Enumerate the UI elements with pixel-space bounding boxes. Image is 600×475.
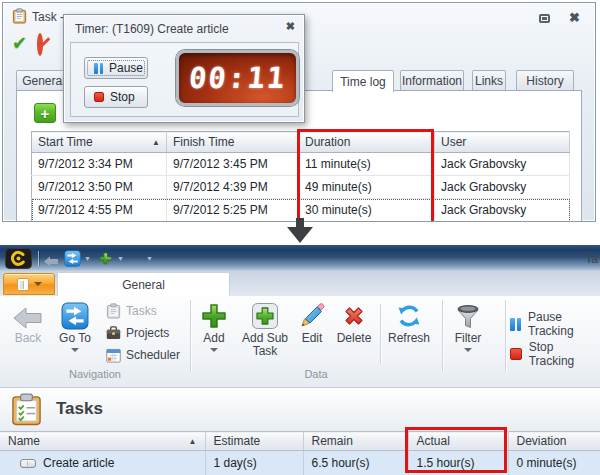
group-separator xyxy=(442,300,444,372)
add-button[interactable]: Add xyxy=(194,299,234,375)
column-header-name[interactable]: Name ▲ xyxy=(0,432,205,451)
timer-time-value: 00:11 xyxy=(187,61,287,95)
ok-button[interactable]: ✔ xyxy=(12,32,27,54)
window-title: Task - xyxy=(32,10,64,24)
down-arrow-icon xyxy=(283,218,317,244)
table-header-row: Name ▲ Estimate Remain Actual Deviation xyxy=(0,432,600,451)
group-label-data: Data xyxy=(190,368,442,380)
edit-button[interactable]: Edit xyxy=(294,299,330,375)
pause-button[interactable]: Pause xyxy=(84,57,148,79)
pause-tracking-button[interactable]: Pause Tracking xyxy=(510,310,600,338)
column-header-estimate[interactable]: Estimate xyxy=(205,432,303,451)
tab-history[interactable]: History xyxy=(516,70,574,91)
app-menu-icon xyxy=(17,278,29,291)
filter-button[interactable]: Filter xyxy=(446,299,490,375)
add-time-entry-button[interactable]: + xyxy=(34,103,56,123)
tasks-icon xyxy=(106,303,121,319)
stop-icon xyxy=(94,92,104,102)
add-dropdown-icon xyxy=(210,348,218,356)
column-header-remain[interactable]: Remain xyxy=(303,432,408,451)
add-dropdown-icon[interactable]: ▼ xyxy=(117,255,124,262)
stop-tracking-button[interactable]: Stop Tracking xyxy=(510,340,600,368)
app-logo-icon xyxy=(5,248,32,273)
timer-close-button[interactable]: ✖ xyxy=(286,21,295,32)
tasks-table: Name ▲ Estimate Remain Actual Deviation … xyxy=(0,431,600,475)
add-icon xyxy=(98,251,113,266)
filter-dropdown-icon xyxy=(464,348,472,356)
sort-ascending-icon: ▲ xyxy=(152,138,160,147)
goto-icon xyxy=(64,250,81,267)
projects-nav-button[interactable]: Projects xyxy=(106,323,169,343)
stop-icon xyxy=(510,348,522,360)
tasks-nav-button[interactable]: Tasks xyxy=(106,301,157,321)
time-log-table: Start Time ▲ Finish Time Duration User 9… xyxy=(31,131,570,222)
task-dialog-window: Task - ✖ ✔ General Time log Information … xyxy=(2,2,596,222)
goto-icon xyxy=(61,302,89,330)
goto-button[interactable]: Go To xyxy=(52,299,98,375)
column-header-actual[interactable]: Actual xyxy=(408,432,508,451)
add-sub-task-icon xyxy=(251,302,279,330)
column-header-deviation[interactable]: Deviation xyxy=(508,432,600,451)
tasks-clipboard-icon xyxy=(10,393,43,430)
application-menu-button[interactable] xyxy=(3,273,55,295)
add-icon xyxy=(200,302,228,330)
task-state-icon xyxy=(20,459,36,468)
scheduler-nav-button[interactable]: Scheduler xyxy=(106,345,180,365)
table-row[interactable]: 9/7/2012 3:50 PM 9/7/2012 4:39 PM 49 min… xyxy=(32,176,570,199)
group-separator xyxy=(505,300,507,372)
projects-icon xyxy=(106,326,121,340)
filter-funnel-icon xyxy=(454,302,482,330)
timer-dialog: Timer: (T1609) Create article ✖ Pause St… xyxy=(63,14,305,123)
back-arrow-icon xyxy=(44,256,59,267)
toolbar-separator xyxy=(38,251,40,266)
cancel-button[interactable] xyxy=(37,36,43,54)
close-icon: ✖ xyxy=(569,11,580,24)
add-sub-task-button[interactable]: Add Sub Task xyxy=(238,299,292,375)
tab-information[interactable]: Information xyxy=(400,70,464,91)
stop-button[interactable]: Stop xyxy=(84,86,148,108)
button-separator xyxy=(380,304,382,364)
task-clipboard-icon xyxy=(12,8,27,28)
ribbon-tab-general[interactable]: General xyxy=(57,272,230,296)
close-window-button[interactable]: ✖ xyxy=(567,11,582,24)
goto-dropdown-icon xyxy=(71,348,79,356)
quick-back-button[interactable] xyxy=(44,253,59,271)
column-header-start-time[interactable]: Start Time ▲ xyxy=(32,132,167,153)
page-header: Tasks xyxy=(0,388,600,431)
ribbon: Back Go To Tasks xyxy=(0,296,600,388)
app-window-title: Ta xyxy=(585,252,598,266)
column-header-user[interactable]: User xyxy=(435,132,570,153)
back-button[interactable]: Back xyxy=(6,299,50,375)
table-row-selected[interactable]: Create article 1 day(s) 6.5 hour(s) 1.5 … xyxy=(0,451,600,475)
column-header-finish-time[interactable]: Finish Time xyxy=(167,132,299,153)
group-label-navigation: Navigation xyxy=(0,368,190,380)
timer-dialog-title: Timer: (T1609) Create article xyxy=(75,22,229,36)
refresh-button[interactable]: Refresh xyxy=(384,299,434,375)
delete-x-icon xyxy=(340,302,368,330)
restore-icon xyxy=(539,14,550,23)
sort-ascending-icon: ▲ xyxy=(189,437,197,446)
cancel-icon xyxy=(37,33,43,56)
group-separator xyxy=(190,300,192,372)
refresh-icon xyxy=(395,302,423,330)
back-arrow-icon xyxy=(13,306,43,330)
edit-pencil-icon xyxy=(298,302,326,330)
table-header-row: Start Time ▲ Finish Time Duration User xyxy=(32,132,570,153)
scheduler-icon xyxy=(106,348,121,363)
table-row[interactable]: 9/7/2012 3:34 PM 9/7/2012 3:45 PM 11 min… xyxy=(32,153,570,176)
tab-links[interactable]: Links xyxy=(472,70,506,91)
page-title: Tasks xyxy=(56,399,103,419)
restore-window-button[interactable] xyxy=(537,12,552,25)
quick-add-button[interactable] xyxy=(98,251,113,270)
timer-display: 00:11 xyxy=(176,50,299,106)
pause-icon xyxy=(510,318,521,331)
delete-button[interactable]: Delete xyxy=(332,299,376,375)
goto-dropdown-icon[interactable]: ▼ xyxy=(84,255,91,262)
tab-time-log[interactable]: Time log xyxy=(332,70,394,92)
quick-goto-button[interactable] xyxy=(64,250,81,271)
pause-icon xyxy=(94,63,103,74)
customize-toolbar-icon[interactable]: ▼ xyxy=(146,255,153,262)
column-header-duration[interactable]: Duration xyxy=(299,132,435,153)
app-menu-dropdown-icon xyxy=(34,282,42,290)
main-application-window: ▼ ▼ ▼ Ta General Back xyxy=(0,245,600,475)
